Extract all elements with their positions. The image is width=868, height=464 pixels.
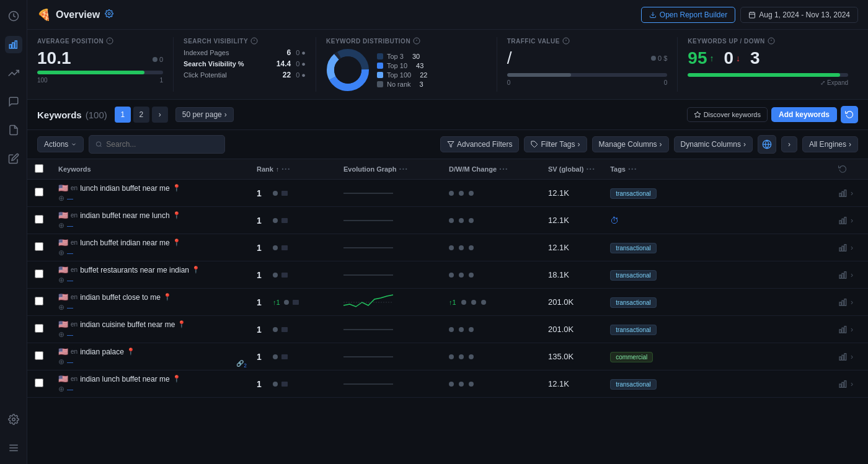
settings-gear-icon[interactable] xyxy=(105,9,113,20)
chart-bar-icon[interactable] xyxy=(838,216,848,225)
chart-bar-icon[interactable] xyxy=(838,352,848,362)
row-checkbox[interactable] xyxy=(35,215,43,224)
globe-button[interactable] xyxy=(758,135,776,154)
refresh-table-icon[interactable] xyxy=(838,164,847,173)
sidebar-icon-menu[interactable] xyxy=(5,439,22,457)
sidebar-icon-barchart[interactable] xyxy=(5,36,22,53)
row-chevron-icon[interactable]: › xyxy=(851,352,853,361)
row-checkbox[interactable] xyxy=(35,379,43,387)
row-chevron-icon[interactable]: › xyxy=(851,216,853,225)
row-chevron-icon[interactable]: › xyxy=(851,189,853,198)
sv-value: 12.1K xyxy=(548,188,569,198)
chart-bar-icon[interactable] xyxy=(838,325,848,335)
actions-button[interactable]: Actions xyxy=(37,136,84,152)
manage-columns-button[interactable]: Manage Columns › xyxy=(592,136,669,152)
expand-keyword-icon[interactable]: ⊕ xyxy=(58,330,64,339)
keyword-link[interactable]: — xyxy=(67,250,73,256)
chart-bar-icon[interactable] xyxy=(838,270,848,280)
sidebar xyxy=(0,0,27,464)
all-engines-button[interactable]: All Engines › xyxy=(802,136,858,152)
row-chevron-icon[interactable]: › xyxy=(851,243,853,252)
per-page-selector[interactable]: 50 per page › xyxy=(175,107,234,122)
expand-keyword-icon[interactable]: ⊕ xyxy=(58,303,64,312)
row-checkbox[interactable] xyxy=(35,324,43,333)
manage-columns-chevron: › xyxy=(660,140,662,149)
filter-tags-button[interactable]: Filter Tags › xyxy=(524,136,587,152)
keyword-link[interactable]: — xyxy=(67,386,73,393)
page-1-button[interactable]: 1 xyxy=(115,107,131,123)
evol-more-icon[interactable]: ··· xyxy=(399,164,409,174)
svg-rect-10 xyxy=(750,12,755,18)
evolution-cell xyxy=(336,316,441,343)
keyword-link[interactable]: — xyxy=(67,331,73,338)
chart-bar-icon[interactable] xyxy=(838,379,848,389)
expand-keyword-icon[interactable]: ⊕ xyxy=(58,221,64,230)
flag-icon: 🇺🇸 xyxy=(58,347,68,356)
open-report-button[interactable]: Open Report Builder xyxy=(641,7,735,23)
keyword-link[interactable]: — xyxy=(67,195,73,202)
date-range-button[interactable]: Aug 1, 2024 - Nov 13, 2024 xyxy=(740,7,858,23)
col-header-keywords[interactable]: Keywords xyxy=(51,159,249,180)
row-chevron-icon[interactable]: › xyxy=(851,380,853,388)
table-row: 🇺🇸 en lunch buffet indian near me 📍 ⊕ — … xyxy=(27,234,868,261)
expand-keyword-icon[interactable]: ⊕ xyxy=(58,194,64,203)
add-keywords-button[interactable]: Add keywords xyxy=(771,107,837,122)
chart-bar-icon[interactable] xyxy=(838,297,848,307)
change-more-icon[interactable]: ··· xyxy=(499,164,508,174)
rank-cell: 1 xyxy=(249,261,336,289)
row-checkbox[interactable] xyxy=(35,297,43,305)
search-input[interactable] xyxy=(106,140,218,149)
expand-keyword-icon[interactable]: ⊕ xyxy=(58,385,64,393)
sidebar-icon-trending[interactable] xyxy=(5,64,22,82)
page-2-button[interactable]: 2 xyxy=(133,107,149,123)
row-checkbox-cell xyxy=(27,234,51,261)
tags-more-icon[interactable]: ··· xyxy=(628,164,637,174)
sidebar-icon-file[interactable] xyxy=(5,121,22,139)
rank-more-icon[interactable]: ··· xyxy=(281,164,291,174)
col-header-change[interactable]: D/W/M Change ··· xyxy=(441,159,541,180)
expand-button[interactable]: ⤢ Expand xyxy=(688,79,848,86)
row-checkbox[interactable] xyxy=(35,351,43,360)
expand-keyword-icon[interactable]: ⊕ xyxy=(58,248,64,257)
row-chevron-icon[interactable]: › xyxy=(851,271,853,279)
arrow-nav-button[interactable]: › xyxy=(781,136,797,152)
col-header-rank[interactable]: Rank ↑ ··· xyxy=(249,159,336,180)
keywords-up-value: 95 xyxy=(688,48,707,68)
expand-keyword-icon[interactable]: ⊕ xyxy=(58,357,64,366)
change-cell xyxy=(441,261,541,289)
refresh-button[interactable] xyxy=(841,106,858,123)
row-checkbox[interactable] xyxy=(35,269,43,278)
rank-square-icon xyxy=(281,218,288,223)
expand-keyword-icon[interactable]: ⊕ xyxy=(58,276,64,284)
advanced-filters-button[interactable]: Advanced Filters xyxy=(440,136,519,152)
dynamic-columns-button[interactable]: Dynamic Columns › xyxy=(674,136,753,152)
chart-bar-icon[interactable] xyxy=(838,243,848,253)
keyword-link[interactable]: — xyxy=(67,222,73,229)
row-checkbox[interactable] xyxy=(35,242,43,251)
col-header-tags[interactable]: Tags ··· xyxy=(603,159,831,180)
tag-badge: transactional xyxy=(610,270,657,281)
col-header-evol[interactable]: Evolution Graph ··· xyxy=(336,159,441,180)
svg-rect-59 xyxy=(842,300,844,305)
search-box xyxy=(89,135,225,154)
next-page-button[interactable]: › xyxy=(152,107,168,123)
rank-number: 1 xyxy=(257,216,269,225)
keyword-link[interactable]: — xyxy=(67,359,73,366)
sidebar-icon-pencil[interactable] xyxy=(5,150,22,167)
sidebar-icon-chat[interactable] xyxy=(5,93,22,110)
select-all-checkbox[interactable] xyxy=(35,164,43,173)
keyword-link[interactable]: — xyxy=(67,304,73,311)
keyword-cell: 🇺🇸 en indian lunch buffet near me 📍 ⊕ — xyxy=(51,370,249,398)
chart-bar-icon[interactable] xyxy=(838,188,848,198)
row-actions-cell: › xyxy=(831,343,868,370)
row-chevron-icon[interactable]: › xyxy=(851,325,853,334)
discover-keywords-button[interactable]: Discover keywords xyxy=(687,107,768,122)
sv-more-icon[interactable]: ··· xyxy=(586,164,595,174)
keyword-link[interactable]: — xyxy=(67,277,73,284)
row-checkbox[interactable] xyxy=(35,188,43,196)
sidebar-icon-clock[interactable] xyxy=(5,7,22,25)
col-header-sv[interactable]: SV (global) ··· xyxy=(541,159,603,180)
sidebar-icon-settings[interactable] xyxy=(5,411,22,428)
table-actions: Discover keywords Add keywords xyxy=(687,106,858,123)
row-chevron-icon[interactable]: › xyxy=(851,298,853,307)
